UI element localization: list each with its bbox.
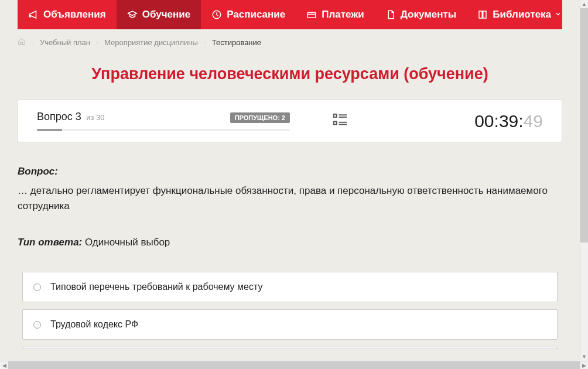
scroll-track[interactable]	[580, 8, 588, 353]
document-icon	[385, 9, 396, 20]
radio-icon	[33, 283, 41, 291]
home-icon[interactable]	[18, 37, 26, 47]
answer-option[interactable]: Типовой перечень требований к рабочему м…	[22, 272, 558, 302]
answer-text: Типовой перечень требований к рабочему м…	[50, 282, 262, 292]
nav-label: Платежи	[322, 9, 364, 20]
timer-main: 00:39:	[474, 111, 523, 131]
nav-library[interactable]: Библиотека	[467, 0, 572, 29]
radio-icon	[33, 321, 41, 329]
answer-text: Трудовой кодекс РФ	[50, 319, 138, 330]
answer-type: Тип ответа: Одиночный выбор	[18, 237, 562, 248]
nav-education[interactable]: Обучение	[117, 0, 201, 29]
svg-rect-3	[334, 121, 337, 124]
question-text: … детально регламентирует функциональные…	[18, 183, 562, 213]
nav-schedule[interactable]: Расписание	[201, 0, 296, 29]
nav-announcements[interactable]: Объявления	[18, 0, 117, 29]
chevron-right-icon	[30, 38, 35, 47]
scroll-left-arrow-icon[interactable]: ◀	[0, 361, 8, 370]
megaphone-icon	[28, 9, 39, 20]
main-navigation: Объявления Обучение Расписание	[18, 0, 562, 29]
chevron-down-icon	[555, 9, 562, 20]
nav-label: Документы	[401, 9, 457, 20]
skipped-badge: ПРОПУЩЕНО: 2	[230, 112, 290, 123]
svg-rect-1	[307, 12, 316, 18]
book-icon	[477, 9, 488, 20]
answers-list: Типовой перечень требований к рабочему м…	[18, 272, 562, 349]
scroll-right-arrow-icon[interactable]: ▶	[580, 361, 588, 370]
answer-type-label: Тип ответа:	[18, 237, 82, 248]
nav-label: Обучение	[142, 9, 190, 20]
scroll-thumb[interactable]	[8, 361, 580, 369]
question-label: Вопрос 3	[37, 111, 81, 122]
progress-bar	[37, 129, 290, 131]
question-heading: Вопрос:	[18, 166, 562, 177]
breadcrumb-discipline-event[interactable]: Мероприятие дисциплины	[104, 38, 198, 47]
scroll-track[interactable]	[8, 361, 580, 369]
question-list-icon[interactable]	[331, 111, 349, 131]
nav-label: Расписание	[227, 9, 285, 20]
graduation-cap-icon	[127, 9, 138, 20]
nav-documents[interactable]: Документы	[375, 0, 467, 29]
breadcrumb-curriculum[interactable]: Учебный план	[40, 38, 90, 47]
timer: 00:39:49	[391, 111, 543, 131]
svg-rect-2	[334, 114, 337, 117]
answer-option[interactable]: Трудовой кодекс РФ	[22, 309, 558, 340]
scroll-down-arrow-icon[interactable]: ▼	[580, 353, 589, 361]
page-title: Управление человеческими ресурсами (обуч…	[0, 53, 580, 100]
test-status-panel: Вопрос 3 из 30 ПРОПУЩЕНО: 2 00:39:	[18, 100, 562, 142]
nav-payments[interactable]: Платежи	[296, 0, 375, 29]
horizontal-scrollbar[interactable]: ◀ ▶	[0, 361, 588, 369]
clock-icon	[211, 9, 222, 20]
breadcrumb-testing: Тестирование	[212, 38, 261, 47]
payment-icon	[306, 9, 317, 20]
breadcrumb: Учебный план Мероприятие дисциплины Тест…	[0, 29, 580, 53]
chevron-right-icon	[95, 38, 100, 47]
chevron-right-icon	[203, 38, 207, 47]
scroll-up-arrow-icon[interactable]: ▲	[580, 0, 589, 8]
nav-label: Объявления	[43, 9, 106, 20]
progress-fill	[37, 129, 62, 131]
question-total: из 30	[86, 113, 104, 122]
answer-type-value: Одиночный выбор	[85, 237, 170, 248]
scroll-thumb[interactable]	[580, 8, 588, 242]
vertical-scrollbar[interactable]: ▲ ▼	[580, 0, 588, 361]
timer-seconds: 49	[524, 111, 543, 131]
nav-label: Библиотека	[493, 9, 551, 20]
answer-option[interactable]	[22, 347, 558, 349]
